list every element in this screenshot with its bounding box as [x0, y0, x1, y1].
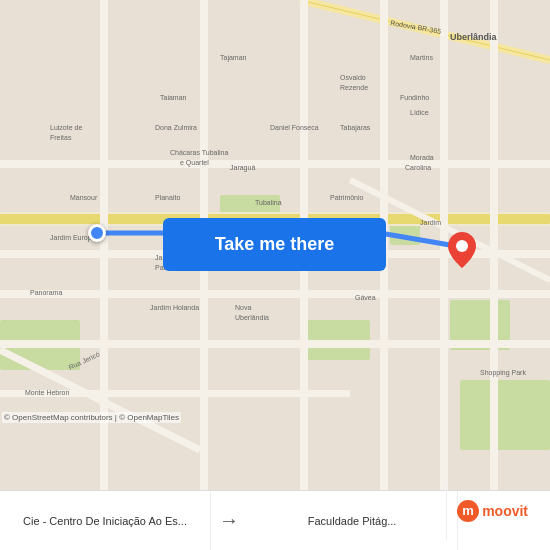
origin-marker — [88, 224, 106, 242]
svg-text:Osvaldo: Osvaldo — [340, 74, 366, 81]
svg-text:Planalto: Planalto — [155, 194, 180, 201]
svg-text:Daniel Fonseca: Daniel Fonseca — [270, 124, 319, 131]
from-location-name: Cie - Centro De Iniciação Ao Es... — [8, 515, 202, 527]
svg-text:Tubalina: Tubalina — [255, 199, 282, 206]
to-location[interactable]: Faculdade Pitág... — [247, 491, 458, 550]
svg-text:Nova: Nova — [235, 304, 251, 311]
svg-rect-11 — [0, 160, 550, 168]
svg-text:Tajaman: Tajaman — [220, 54, 247, 62]
svg-text:Jardim: Jardim — [420, 219, 441, 226]
svg-text:Fundinho: Fundinho — [400, 94, 429, 101]
svg-text:Gávea: Gávea — [355, 294, 376, 301]
svg-rect-21 — [490, 0, 498, 490]
destination-marker — [448, 232, 476, 268]
svg-text:Uberlândia: Uberlândia — [235, 314, 269, 321]
svg-text:Shopping Park: Shopping Park — [480, 369, 526, 377]
svg-text:Tabajaras: Tabajaras — [340, 124, 371, 132]
svg-text:Taiaman: Taiaman — [160, 94, 187, 101]
svg-text:Luizote de: Luizote de — [50, 124, 82, 131]
svg-text:Mansour: Mansour — [70, 194, 98, 201]
svg-text:Jaraguá: Jaraguá — [230, 164, 255, 172]
svg-text:e Quartel: e Quartel — [180, 159, 209, 167]
svg-rect-13 — [0, 290, 550, 298]
svg-text:Martins: Martins — [410, 54, 433, 61]
svg-text:Rezende: Rezende — [340, 84, 368, 91]
svg-rect-14 — [0, 340, 550, 348]
take-me-there-button[interactable]: Take me there — [163, 218, 386, 271]
svg-text:Lídice: Lídice — [410, 109, 429, 116]
svg-text:Monte Hebron: Monte Hebron — [25, 389, 69, 396]
bottom-bar: Cie - Centro De Iniciação Ao Es... → Fac… — [0, 490, 550, 550]
svg-text:Uberlândia: Uberlândia — [450, 32, 498, 42]
to-location-name: Faculdade Pitág... — [255, 515, 449, 527]
route-arrow: → — [211, 509, 247, 532]
svg-text:Patrimônio: Patrimônio — [330, 194, 364, 201]
moovit-text: moovit — [482, 503, 528, 519]
svg-rect-6 — [460, 380, 550, 450]
svg-text:Panorama: Panorama — [30, 289, 62, 296]
svg-text:Morada: Morada — [410, 154, 434, 161]
from-location[interactable]: Cie - Centro De Iniciação Ao Es... — [0, 491, 211, 550]
svg-text:Freitas: Freitas — [50, 134, 72, 141]
moovit-icon: m — [457, 500, 479, 522]
svg-point-60 — [456, 240, 468, 252]
svg-text:Chácaras Tubalina: Chácaras Tubalina — [170, 149, 228, 156]
svg-text:Carolina: Carolina — [405, 164, 431, 171]
moovit-logo: m moovit — [446, 481, 538, 540]
svg-text:Jardim Holanda: Jardim Holanda — [150, 304, 199, 311]
map-attribution: © OpenStreetMap contributors | © OpenMap… — [2, 412, 181, 423]
svg-text:Dona Zulmira: Dona Zulmira — [155, 124, 197, 131]
map-container: Luizote de Freitas Mansour Jardim Europa… — [0, 0, 550, 490]
